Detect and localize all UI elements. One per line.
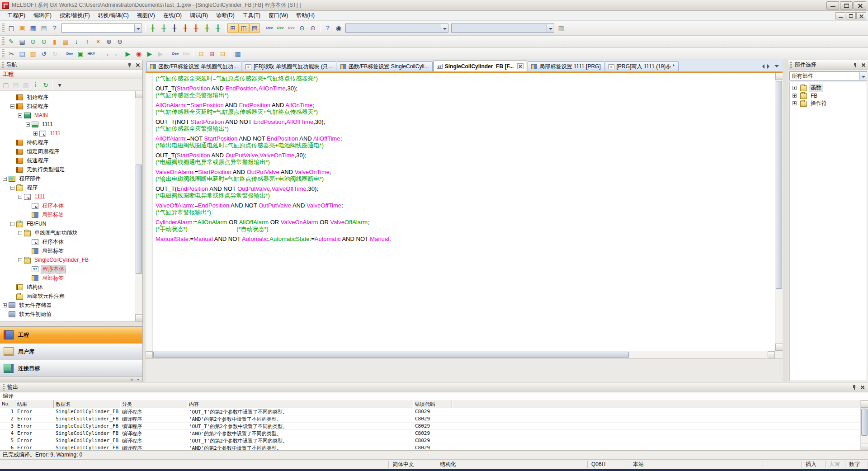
mdi-close-button[interactable] <box>856 12 866 19</box>
scroll-left-icon[interactable] <box>146 351 153 359</box>
tree-item[interactable]: 程序本体 <box>0 264 135 273</box>
expand-icon[interactable] <box>793 94 797 98</box>
tree-item[interactable]: 初始程序 <box>0 93 135 102</box>
scroll-up-icon[interactable] <box>861 400 868 408</box>
nav-data-info-button[interactable]: i <box>31 80 41 89</box>
menu-item[interactable]: 调试(B) <box>186 11 212 20</box>
menu-item[interactable]: 诊断(D) <box>212 11 238 20</box>
scroll-down-icon[interactable] <box>861 443 868 450</box>
document-tab[interactable]: 函数/FB标签设置 单线圈气缸功... <box>146 61 241 71</box>
editor-code-area[interactable]: (*气缸传感器全亮延时=气缸原点传感器亮+气缸终点传感器亮*)OUT_T(Sta… <box>153 73 391 351</box>
watch-register-button[interactable]: ▥ <box>556 23 566 33</box>
inline-st-import-button[interactable]: ⊞ <box>207 49 217 59</box>
close-icon[interactable] <box>861 62 866 68</box>
ladder-application-instruction-button[interactable]: ╫ <box>191 23 202 33</box>
pin-icon[interactable] <box>853 62 858 68</box>
editor-parts-splitter[interactable] <box>783 60 788 382</box>
toolbar-grip-icon[interactable] <box>2 37 5 46</box>
help-popup-button[interactable]: ? <box>322 23 333 33</box>
nav-sort-filter-button[interactable]: ▾ <box>55 80 65 89</box>
scroll-right-icon[interactable] <box>768 351 775 359</box>
undo-button[interactable]: ↺ <box>38 49 49 59</box>
tree-item[interactable]: 局部标签 <box>0 273 135 283</box>
nav-new-data-button[interactable]: ▢ <box>1 80 11 89</box>
restore-button[interactable] <box>840 1 853 9</box>
tree-item[interactable]: MAIN <box>0 111 135 120</box>
nav-splitter-handle[interactable]: ········· <box>0 321 142 326</box>
column-header[interactable]: No. <box>0 400 15 408</box>
tree-item[interactable]: 1111 <box>0 192 135 201</box>
expand-icon[interactable] <box>793 101 797 105</box>
close-button[interactable] <box>854 1 866 9</box>
new-project-button[interactable]: ▢ <box>6 23 17 33</box>
menu-item[interactable]: 工具(T) <box>239 11 264 20</box>
menu-item[interactable]: 工程(P) <box>4 11 29 20</box>
parts-item[interactable]: FB <box>790 92 867 99</box>
scrollbar-thumb[interactable] <box>153 352 629 358</box>
document-tab[interactable]: [PRG]写入 1111 (19)步 * <box>605 61 679 71</box>
save-project-button[interactable]: ▦ <box>28 23 38 33</box>
column-header[interactable]: 内容 <box>187 400 413 408</box>
tree-item[interactable]: 待机程序 <box>0 138 135 147</box>
error-row[interactable]: 3ErrorSingleCoilCylinder_FB编译程序'OUT_T'的第… <box>0 423 860 430</box>
parts-item[interactable]: 函数 <box>790 84 867 92</box>
print-button[interactable]: ▤ <box>38 23 49 33</box>
chevron-down-icon[interactable] <box>859 72 866 80</box>
cross-reference-button[interactable]: ◉ <box>333 23 344 33</box>
search-down-button[interactable]: ↓ <box>71 37 82 47</box>
tree-item[interactable]: 单线圈气缸功能块 <box>0 228 135 237</box>
view-split-toggle-button[interactable]: ◫ <box>238 23 249 33</box>
build-run-button[interactable]: ▶ <box>144 49 155 59</box>
compile-tab[interactable]: 编译 <box>3 392 14 400</box>
tree-item[interactable]: 软元件存储器 <box>0 301 135 310</box>
document-tab-active[interactable]: SingleCoilCylinder_FB [F... <box>433 61 528 71</box>
help-button[interactable]: ? <box>49 23 60 33</box>
tree-item[interactable]: 1111 <box>0 120 135 129</box>
scroll-down-icon[interactable] <box>775 344 783 351</box>
convert-button[interactable]: → <box>101 49 112 59</box>
st-edit-mode-button[interactable]: ✎ <box>6 37 17 47</box>
collapse-icon[interactable] <box>10 186 14 190</box>
tree-item[interactable]: 扫描程序 <box>0 102 135 111</box>
error-row[interactable]: 2ErrorSingleCoilCylinder_FB编译程序'AND'的第2个… <box>0 415 860 423</box>
error-row[interactable]: 5ErrorSingleCoilCylinder_FB编译程序'OUT_T'的第… <box>0 437 860 444</box>
program-select-combo[interactable] <box>61 24 142 33</box>
nav-view-button-project[interactable]: 工程 <box>0 326 142 343</box>
drag-grip-icon[interactable] <box>3 384 5 391</box>
tree-item[interactable]: 结构体 <box>0 283 135 292</box>
view-list-toggle-button[interactable]: ▤ <box>249 23 260 33</box>
error-row[interactable]: 6ErrorSingleCoilCylinder_FB编译程序'AND'的第2个… <box>0 444 860 450</box>
error-row[interactable]: 4ErrorSingleCoilCylinder_FB编译程序'AND'的第2个… <box>0 430 860 437</box>
tree-item[interactable]: 局部标签 <box>0 210 135 219</box>
tree-item[interactable]: 程序 <box>0 183 135 192</box>
ladder-coil-button[interactable]: ╂ <box>180 23 191 33</box>
device-comment-find-button[interactable]: Dev <box>64 49 75 59</box>
tree-item[interactable]: 局部标签 <box>0 246 135 255</box>
document-tab[interactable]: 局部标签设置 1111 [PRG] <box>528 61 604 71</box>
collapse-icon[interactable] <box>18 258 22 262</box>
column-header[interactable]: 分类 <box>120 400 187 408</box>
device-delete-button[interactable]: × <box>93 37 104 47</box>
menu-item[interactable]: 在线(O) <box>160 11 185 20</box>
statement-edit-button[interactable]: ▤ <box>17 37 28 47</box>
monitor-mode-button[interactable]: ▦ <box>232 49 243 59</box>
collapse-icon[interactable] <box>18 231 22 235</box>
inline-st-export-button[interactable]: ⊟ <box>217 49 228 59</box>
ladder-vertical-line-button[interactable]: ╂ <box>202 23 212 33</box>
tree-item[interactable]: 软元件初始值 <box>0 310 135 319</box>
convert-back-button[interactable]: ← <box>112 49 123 59</box>
toolbar-grip-icon[interactable] <box>2 49 5 58</box>
device-display-button[interactable]: ⊙ <box>297 23 307 33</box>
parts-item[interactable]: 操作符 <box>790 99 867 107</box>
scroll-down-icon[interactable] <box>135 314 142 321</box>
find-previous-button[interactable]: ⊙ <box>28 37 38 47</box>
rebuild-all-button[interactable]: ◉ <box>133 49 144 59</box>
mdi-restore-button[interactable] <box>846 12 856 19</box>
scrollbar-thumb[interactable] <box>776 81 782 289</box>
find-next-button[interactable]: ⊙ <box>38 37 49 47</box>
zoom-in-button[interactable]: ⊕ <box>104 37 114 47</box>
tab-list-icon[interactable] <box>774 65 779 70</box>
menu-item[interactable]: 搜索/替换(F) <box>56 11 94 20</box>
device-memory-detail-button[interactable]: ▦ <box>60 37 71 47</box>
collapse-icon[interactable] <box>10 104 14 108</box>
